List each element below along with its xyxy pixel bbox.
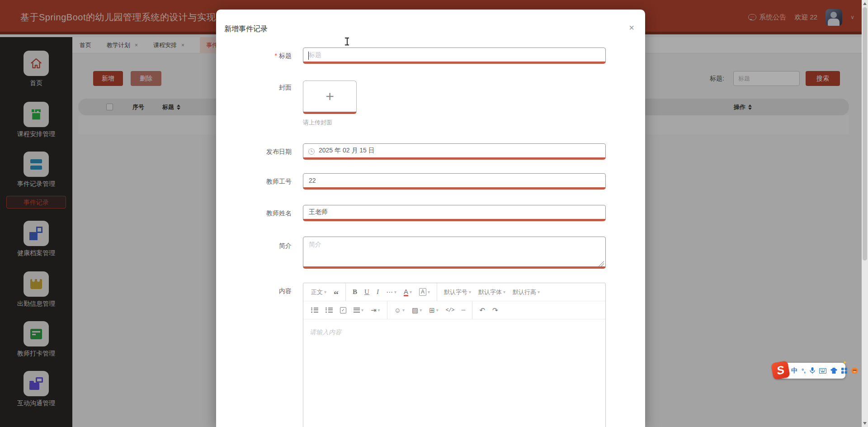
caret-down-icon: ▾ bbox=[410, 289, 412, 294]
editor-placeholder: 请输入内容 bbox=[310, 328, 341, 337]
emoji-icon: ☺ bbox=[394, 306, 401, 314]
font-family-button[interactable]: 默认字体▾ bbox=[475, 286, 509, 299]
more-text-style-button[interactable]: ⋯▾ bbox=[383, 286, 400, 299]
ordered-list-icon bbox=[326, 308, 333, 313]
editor-content-area[interactable]: 请输入内容 bbox=[303, 319, 605, 427]
editor-toolbar-row-2: ✓ ▾ ⇥▾ ☺▾ ▨▾ ⊞▾ </> ┄ ↶ ↷ bbox=[303, 301, 605, 319]
publish-date-field-label: 发布日期 bbox=[216, 148, 292, 156]
underline-button[interactable]: U bbox=[361, 286, 373, 299]
font-color-button[interactable]: A▾ bbox=[401, 286, 415, 299]
insert-image-button[interactable]: ▨▾ bbox=[409, 304, 425, 317]
caret-down-icon: ▾ bbox=[402, 308, 405, 313]
sparkle-icon: ✦ bbox=[843, 360, 847, 365]
undo-icon: ↶ bbox=[479, 306, 485, 314]
caret-down-icon: ▾ bbox=[394, 289, 396, 294]
caret-down-icon: ▾ bbox=[420, 308, 422, 313]
bullet-list-icon bbox=[311, 308, 318, 313]
vertical-scrollbar[interactable] bbox=[862, 0, 868, 427]
toolbox-icon[interactable] bbox=[841, 368, 847, 374]
add-event-record-dialog: 新增事件记录 × *标题 封面 + 请上传封面 发布日期 教师工号 教师姓名 简… bbox=[216, 9, 645, 427]
indent-icon: ⇥ bbox=[371, 306, 377, 314]
caret-down-icon: ▾ bbox=[436, 308, 439, 313]
blockquote-button[interactable]: “ bbox=[330, 286, 342, 299]
cover-upload-box[interactable]: + bbox=[303, 81, 357, 114]
table-icon: ⊞ bbox=[429, 306, 435, 314]
undo-button[interactable]: ↶ bbox=[476, 304, 488, 317]
teacher-name-field-label: 教师姓名 bbox=[216, 209, 292, 218]
paragraph-style-button[interactable]: 正文▾ bbox=[308, 286, 330, 299]
publish-date-input[interactable] bbox=[303, 143, 606, 160]
caret-down-icon: ▾ bbox=[503, 289, 505, 294]
ime-punctuation-toggle[interactable]: °, bbox=[802, 367, 806, 374]
skin-icon[interactable] bbox=[830, 368, 837, 374]
plus-icon: + bbox=[326, 88, 334, 105]
horizontal-rule-icon: ┄ bbox=[461, 306, 465, 314]
required-asterisk: * bbox=[275, 52, 277, 59]
microphone-icon[interactable] bbox=[810, 367, 815, 374]
teacher-no-field-label: 教师工号 bbox=[216, 178, 292, 186]
image-icon: ▨ bbox=[412, 306, 418, 314]
todo-icon: ✓ bbox=[340, 307, 346, 313]
emoji-face-icon[interactable] bbox=[851, 367, 858, 374]
scrollbar-thumb[interactable] bbox=[863, 7, 867, 261]
toolbar-divider bbox=[437, 283, 437, 301]
insert-table-button[interactable]: ⊞▾ bbox=[426, 304, 442, 317]
caret-down-icon: ▾ bbox=[324, 289, 326, 294]
caret-down-icon: ▾ bbox=[538, 289, 540, 294]
rich-text-editor: 正文▾ “ B U I ⋯▾ A▾ bbox=[303, 283, 606, 427]
title-field-label: *标题 bbox=[216, 52, 292, 60]
virtual-keyboard-icon[interactable] bbox=[819, 368, 826, 374]
dialog-close-icon[interactable]: × bbox=[629, 23, 634, 32]
intro-textarea[interactable] bbox=[303, 237, 606, 269]
title-input[interactable] bbox=[303, 47, 606, 64]
caret-down-icon: ▾ bbox=[428, 289, 430, 294]
teacher-no-input[interactable] bbox=[303, 173, 606, 190]
intro-field-label: 简介 bbox=[216, 242, 292, 250]
dialog-title: 新增事件记录 bbox=[224, 24, 268, 34]
caret-down-icon: ▾ bbox=[378, 308, 380, 313]
clock-icon bbox=[308, 148, 315, 155]
caret-down-icon: ▾ bbox=[469, 289, 471, 294]
redo-icon: ↷ bbox=[492, 306, 498, 314]
cover-field-label: 封面 bbox=[216, 84, 292, 92]
redo-button[interactable]: ↷ bbox=[489, 304, 501, 317]
line-height-button[interactable]: 默认行高▾ bbox=[509, 286, 543, 299]
toolbar-divider bbox=[472, 301, 472, 319]
horizontal-rule-button[interactable]: ┄ bbox=[458, 304, 468, 317]
cover-upload-hint: 请上传封面 bbox=[303, 119, 332, 127]
toolbar-divider bbox=[345, 283, 346, 301]
font-size-button[interactable]: 默认字号▾ bbox=[441, 286, 474, 299]
textarea-resize-grip[interactable] bbox=[599, 261, 604, 266]
teacher-name-input[interactable] bbox=[303, 205, 606, 221]
editor-toolbar-row-1: 正文▾ “ B U I ⋯▾ A▾ bbox=[303, 283, 605, 301]
align-icon bbox=[354, 308, 360, 313]
scroll-down-arrow[interactable] bbox=[863, 422, 867, 425]
bold-button[interactable]: B bbox=[349, 286, 360, 299]
content-field-label: 内容 bbox=[216, 287, 292, 295]
sogou-logo-icon[interactable]: S bbox=[771, 361, 790, 380]
code-block-button[interactable]: </> bbox=[443, 304, 458, 317]
screen: 基于SpringBoot的幼儿园管理系统的设计与实现 ⋯ 系统公告 欢迎 22 … bbox=[0, 0, 868, 427]
mouse-ibeam-cursor bbox=[344, 38, 350, 45]
text-caret bbox=[308, 52, 309, 60]
toolbar-divider bbox=[387, 301, 387, 319]
ordered-list-button[interactable] bbox=[322, 304, 336, 317]
caret-down-icon: ▾ bbox=[361, 308, 363, 313]
emoji-button[interactable]: ☺▾ bbox=[391, 304, 408, 317]
code-icon: </> bbox=[446, 307, 454, 313]
italic-button[interactable]: I bbox=[373, 286, 382, 299]
align-button[interactable]: ▾ bbox=[350, 304, 367, 317]
ime-language-toggle[interactable]: 中 bbox=[791, 367, 797, 375]
ime-toolbar: S 中 °, ✦ bbox=[777, 363, 845, 379]
background-color-button[interactable]: A▾ bbox=[416, 286, 433, 299]
indent-button[interactable]: ⇥▾ bbox=[368, 304, 383, 317]
bullet-list-button[interactable] bbox=[308, 304, 321, 317]
todo-list-button[interactable]: ✓ bbox=[337, 304, 349, 317]
scroll-up-arrow[interactable] bbox=[863, 2, 867, 5]
